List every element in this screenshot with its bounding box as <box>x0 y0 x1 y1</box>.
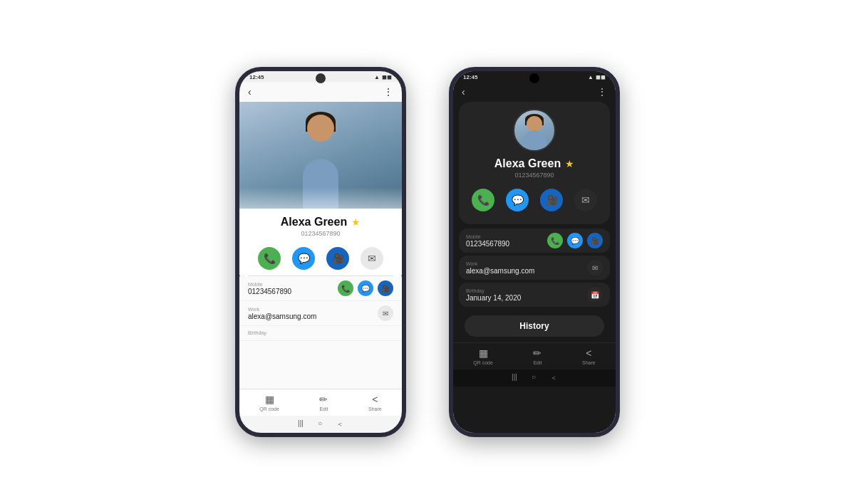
mobile-msg-btn-light[interactable]: 💬 <box>358 280 373 296</box>
top-bar-light: ‹ ⋮ <box>239 82 402 102</box>
mobile-label-dark: Mobile <box>466 234 509 239</box>
signal-icon: ◼◼ <box>382 74 392 80</box>
birthday-value-dark: January 14, 2020 <box>466 294 521 302</box>
birthday-cal-btn-dark[interactable]: 📅 <box>587 287 603 303</box>
work-actions-light: ✉ <box>378 305 393 321</box>
contact-photo-light <box>239 102 402 209</box>
work-email-btn-light[interactable]: ✉ <box>378 305 393 321</box>
qr-code-icon-light: ▦ <box>265 394 274 405</box>
call-button-dark[interactable]: 📞 <box>472 189 494 211</box>
avatar-head-dark <box>527 116 542 132</box>
birthday-label-light: Birthday <box>248 330 266 335</box>
edit-label-light: Edit <box>319 406 328 411</box>
edit-icon-light: ✏ <box>319 394 328 405</box>
mobile-msg-btn-dark[interactable]: 💬 <box>567 233 583 248</box>
birthday-label-dark: Birthday <box>466 288 521 293</box>
person-head <box>307 115 334 142</box>
call-button-light[interactable]: 📞 <box>258 247 281 270</box>
star-icon-dark[interactable]: ★ <box>565 158 574 169</box>
action-row-dark: 📞 💬 🎥 ✉ <box>472 183 597 217</box>
bottom-nav-dark: ▦ QR code ✏ Edit < Share <box>453 342 616 369</box>
mobile-label-light: Mobile <box>248 282 291 287</box>
edit-label-dark: Edit <box>533 360 542 365</box>
qr-code-label-dark: QR code <box>473 360 493 365</box>
share-btn-light[interactable]: < Share <box>368 394 382 411</box>
back-button-dark[interactable]: ‹ <box>462 86 465 98</box>
phone-dark: 12:45 ▲ ◼◼ ‹ ⋮ Alexa Green ★ 01234 <box>449 67 620 437</box>
work-row-light: Work alexa@samsung.com ✉ <box>239 301 402 326</box>
menu-button-light[interactable]: ⋮ <box>383 86 393 98</box>
qr-code-label-light: QR code <box>259 406 279 411</box>
bottom-nav-light: ▦ QR code ✏ Edit < Share <box>239 389 402 416</box>
edit-btn-dark[interactable]: ✏ Edit <box>533 347 542 365</box>
share-label-light: Share <box>368 406 382 411</box>
avatar-body-dark <box>522 130 546 150</box>
details-section-light: Mobile 01234567890 📞 💬 🎥 Work alexa@sams… <box>239 276 402 389</box>
menu-button-dark[interactable]: ⋮ <box>597 86 607 98</box>
mobile-vid-btn-dark[interactable]: 🎥 <box>587 233 603 248</box>
mobile-call-btn-light[interactable]: 📞 <box>338 280 353 296</box>
mobile-row-light: Mobile 01234567890 📞 💬 🎥 <box>239 276 402 301</box>
qr-code-btn-light[interactable]: ▦ QR code <box>259 394 279 411</box>
video-button-light[interactable]: 🎥 <box>326 247 349 270</box>
back-button-light[interactable]: ‹ <box>248 86 252 98</box>
home-btn-dark[interactable]: ○ <box>532 373 536 383</box>
contact-info-light: Alexa Green ★ 01234567890 <box>239 209 402 241</box>
contact-name-dark: Alexa Green <box>494 157 561 170</box>
email-button-light[interactable]: ✉ <box>361 247 383 270</box>
status-bar-light: 12:45 ▲ ◼◼ <box>239 71 402 82</box>
message-button-dark[interactable]: 💬 <box>506 189 529 211</box>
signal-icon-dark: ◼◼ <box>596 74 606 80</box>
name-row-dark: Alexa Green ★ <box>494 157 574 170</box>
status-icons-dark: ▲ ◼◼ <box>588 74 606 80</box>
wifi-icon: ▲ <box>374 74 380 80</box>
system-nav-dark: ||| ○ ＜ <box>453 369 616 387</box>
birthday-actions-dark: 📅 <box>587 287 603 303</box>
work-value-dark: alexa@samsung.com <box>466 267 534 275</box>
header-card-dark: Alexa Green ★ 01234567890 📞 💬 🎥 ✉ <box>459 102 610 224</box>
work-email-btn-dark[interactable]: ✉ <box>587 260 603 275</box>
work-label-light: Work <box>248 307 316 312</box>
contact-number-dark: 01234567890 <box>514 172 554 179</box>
time-dark: 12:45 <box>463 74 477 80</box>
birthday-card-dark: Birthday January 14, 2020 📅 <box>459 283 610 307</box>
mobile-call-btn-dark[interactable]: 📞 <box>547 233 563 248</box>
share-btn-dark[interactable]: < Share <box>582 347 596 365</box>
system-nav-light: ||| ○ ＜ <box>239 416 402 433</box>
work-actions-dark: ✉ <box>587 260 603 275</box>
birthday-row-dark: Birthday January 14, 2020 📅 <box>466 287 603 303</box>
top-bar-dark: ‹ ⋮ <box>453 82 616 102</box>
share-icon-dark: < <box>586 347 591 359</box>
recent-btn-light[interactable]: ||| <box>298 419 304 429</box>
star-icon-light[interactable]: ★ <box>351 216 361 228</box>
photo-overlay <box>239 187 402 209</box>
qr-code-icon-dark: ▦ <box>479 347 488 359</box>
share-icon-light: < <box>372 394 378 405</box>
back-sys-btn-light[interactable]: ＜ <box>336 419 343 429</box>
qr-code-btn-dark[interactable]: ▦ QR code <box>473 347 493 365</box>
email-button-dark[interactable]: ✉ <box>574 189 597 211</box>
work-row-dark: Work alexa@samsung.com ✉ <box>466 260 603 275</box>
work-value-light: alexa@samsung.com <box>248 313 316 320</box>
back-sys-btn-dark[interactable]: ＜ <box>550 373 557 383</box>
message-button-light[interactable]: 💬 <box>292 247 315 270</box>
mobile-vid-btn-light[interactable]: 🎥 <box>378 280 393 296</box>
contact-name-light: Alexa Green <box>281 216 347 229</box>
recent-btn-dark[interactable]: ||| <box>512 373 517 383</box>
video-button-dark[interactable]: 🎥 <box>540 189 563 211</box>
share-label-dark: Share <box>582 360 596 365</box>
home-btn-light[interactable]: ○ <box>318 419 322 429</box>
birthday-row-light: Birthday <box>239 326 402 341</box>
edit-icon-dark: ✏ <box>533 347 542 359</box>
work-card-dark: Work alexa@samsung.com ✉ <box>459 256 610 280</box>
action-row-light: 📞 💬 🎥 ✉ <box>239 241 402 275</box>
status-bar-dark: 12:45 ▲ ◼◼ <box>453 71 616 82</box>
work-label-dark: Work <box>466 261 534 266</box>
mobile-card-dark: Mobile 01234567890 📞 💬 🎥 <box>459 229 610 253</box>
mobile-row-dark: Mobile 01234567890 📞 💬 🎥 <box>466 233 603 248</box>
history-button-dark[interactable]: History <box>465 315 604 337</box>
contact-number-light: 01234567890 <box>301 230 340 237</box>
edit-btn-light[interactable]: ✏ Edit <box>319 394 328 411</box>
notch-light <box>316 73 326 83</box>
mobile-value-dark: 01234567890 <box>466 240 509 248</box>
